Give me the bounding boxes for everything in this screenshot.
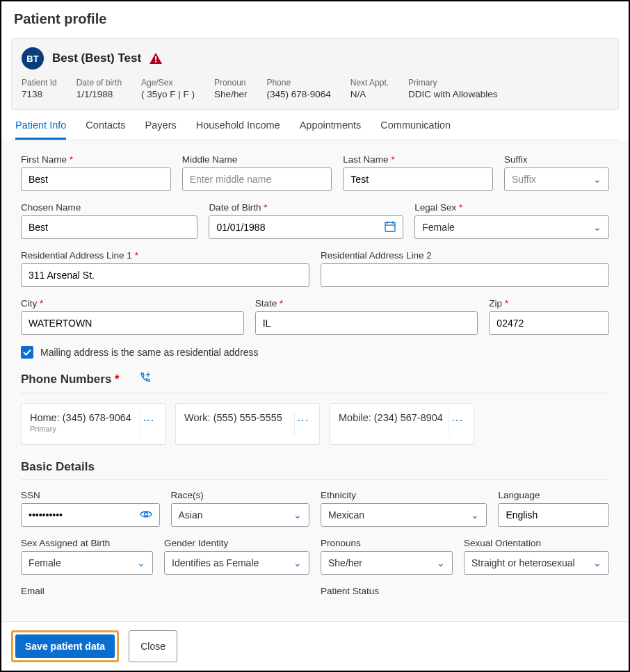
sexual-orientation-select[interactable]: Straight or heterosexual⌄ [464,551,609,575]
gender-identity-label: Gender Identity [164,538,309,548]
meta-label: Date of birth [76,78,122,88]
phone-card-mobile: Mobile: (234) 567-8904 ⋮ [330,403,474,445]
chosen-name-label: Chosen Name [21,202,197,213]
tab-household-income[interactable]: Household Income [196,120,280,140]
alert-icon[interactable] [150,53,162,64]
city-input[interactable] [21,311,244,335]
zip-label: Zip * [489,298,609,309]
last-name-input[interactable] [343,167,493,191]
chevron-down-icon: ⌄ [471,509,479,521]
close-button[interactable]: Close [129,630,177,662]
meta-label: Patient Id [22,78,57,88]
meta-value: N/A [350,89,389,99]
page-title: Patient profile [14,11,616,27]
svg-rect-0 [155,56,156,60]
basic-details-section-title: Basic Details [21,460,95,474]
middle-name-input[interactable] [182,167,332,191]
svg-rect-2 [385,222,395,231]
middle-name-label: Middle Name [182,154,332,165]
races-select[interactable]: Asian⌄ [171,503,310,527]
pronouns-select[interactable]: She/her⌄ [321,551,453,575]
dob-label: Date of Birth * [209,202,403,213]
meta-value: ( 35yo F | F ) [141,89,195,99]
state-input[interactable] [255,311,478,335]
patient-meta-row: Patient Id7138 Date of birth1/1/1988 Age… [22,78,608,99]
meta-label: Primary [408,78,497,88]
tab-payers[interactable]: Payers [145,120,177,140]
tab-contacts[interactable]: Contacts [86,120,125,140]
svg-point-8 [144,513,147,516]
chevron-down-icon: ⌄ [437,557,445,568]
chevron-down-icon: ⌄ [293,557,302,568]
patient-name: Best (Best) Test [52,51,141,65]
tab-appointments[interactable]: Appointments [300,120,362,140]
chevron-down-icon: ⌄ [293,509,302,521]
phone-card-work: Work: (555) 555-5555 ⋮ [175,403,320,445]
highlight-save: Save patient data [11,630,119,662]
phones-section-title: Phone Numbers [21,372,111,386]
phone-sub: Primary [30,425,131,433]
zip-input[interactable] [489,311,609,335]
ssn-input[interactable] [21,503,160,527]
avatar: BT [22,47,44,69]
mailing-same-checkbox[interactable] [21,346,33,359]
phone-number: Home: (345) 678-9064 [30,412,131,423]
gender-identity-select[interactable]: Identifies as Female⌄ [164,551,309,575]
addr2-label: Residential Address Line 2 [321,250,609,261]
sexual-orientation-label: Sexual Orientation [464,538,609,548]
state-label: State * [255,298,478,309]
meta-value: (345) 678-9064 [266,89,330,99]
ssn-label: SSN [21,490,160,500]
footer-bar: Save patient data Close [1,621,629,671]
sex-at-birth-select[interactable]: Female⌄ [21,551,153,575]
last-name-label: Last Name * [343,154,493,165]
svg-rect-1 [155,61,156,63]
first-name-label: First Name * [21,154,171,165]
chevron-down-icon: ⌄ [593,222,601,233]
meta-value: DDIC with Allowables [408,89,497,99]
tab-communication[interactable]: Communication [380,120,451,140]
city-label: City * [21,298,244,309]
suffix-select[interactable]: Suffix⌄ [504,167,609,191]
first-name-input[interactable] [21,167,171,191]
tab-bar: Patient Info Contacts Payers Household I… [11,110,619,140]
meta-value: She/her [214,89,247,99]
races-label: Race(s) [171,490,310,500]
addr1-input[interactable] [21,263,309,287]
meta-label: Next Appt. [350,78,389,88]
kebab-icon[interactable]: ⋮ [294,412,311,436]
patient-summary-card: BT Best (Best) Test Patient Id7138 Date … [11,38,619,110]
eye-icon[interactable] [140,509,152,521]
kebab-icon[interactable]: ⋮ [449,412,465,436]
chevron-down-icon: ⌄ [593,557,601,568]
language-label: Language [498,490,609,500]
meta-value: 1/1/1988 [76,89,122,99]
chevron-down-icon: ⌄ [137,557,145,568]
patient-status-label: Patient Status [321,586,609,596]
phone-card-home: Home: (345) 678-9064 Primary ⋮ [21,403,165,445]
phone-number: Work: (555) 555-5555 [184,412,282,423]
meta-label: Phone [266,78,330,88]
kebab-icon[interactable]: ⋮ [140,412,156,436]
dob-input[interactable] [209,215,403,239]
language-input[interactable] [498,503,609,527]
phone-number: Mobile: (234) 567-8904 [339,412,443,423]
tab-patient-info[interactable]: Patient Info [15,120,66,140]
meta-value: 7138 [22,89,57,99]
add-phone-icon[interactable] [139,371,152,387]
chosen-name-input[interactable] [21,215,197,239]
sex-at-birth-label: Sex Assigned at Birth [21,538,153,548]
chevron-down-icon: ⌄ [593,174,601,185]
legal-sex-select[interactable]: Female⌄ [414,215,609,239]
ethnicity-select[interactable]: Mexican⌄ [321,503,487,527]
calendar-icon[interactable] [385,221,396,234]
form-area: First Name * Middle Name Last Name * Suf… [1,140,629,620]
addr2-input[interactable] [321,263,609,287]
suffix-label: Suffix [504,154,609,165]
meta-label: Age/Sex [141,78,195,88]
meta-label: Pronoun [214,78,247,88]
email-label: Email [21,586,309,596]
legal-sex-label: Legal Sex * [414,202,609,213]
save-button[interactable]: Save patient data [15,634,115,658]
ethnicity-label: Ethnicity [321,490,487,500]
